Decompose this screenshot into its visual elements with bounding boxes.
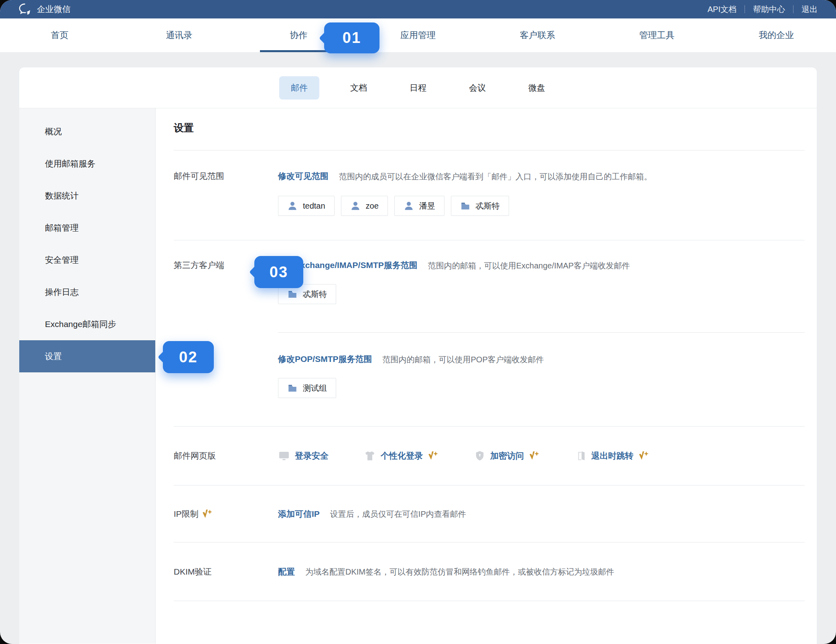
sidebar-item-statistics[interactable]: 数据统计 xyxy=(19,180,155,212)
sidebar-item-exchange-sync[interactable]: Exchange邮箱同步 xyxy=(19,308,155,340)
group-chip: 忒斯特 xyxy=(451,196,509,216)
row-description: 范围内的邮箱，可以使用POP客户端收发邮件 xyxy=(383,353,544,365)
sidebar-item-security-management[interactable]: 安全管理 xyxy=(19,244,155,276)
folder-icon xyxy=(287,289,298,299)
modify-visibility-link[interactable]: 修改可见范围 xyxy=(278,171,329,182)
row-label: DKIM验证 xyxy=(174,566,278,577)
member-name: tedtan xyxy=(303,201,325,211)
api-docs-link[interactable]: API文档 xyxy=(708,4,737,15)
person-icon xyxy=(350,201,361,211)
monitor-icon xyxy=(278,450,290,462)
tshirt-icon xyxy=(364,450,376,462)
person-icon xyxy=(404,201,414,211)
webmail-personalized-login[interactable]: 个性化登录 xyxy=(364,450,439,462)
folder-icon xyxy=(287,383,298,393)
row-label: 邮件网页版 xyxy=(174,450,278,461)
person-icon xyxy=(287,201,298,211)
member-chip: zoe xyxy=(341,196,388,216)
wecom-admin-window: 企业微信 API文档 帮助中心 退出 首页 通讯录 协作 应用管理 客户联系 管… xyxy=(0,0,836,644)
modify-pop-smtp-link[interactable]: 修改POP/SMTP服务范围 xyxy=(278,353,372,365)
help-center-link[interactable]: 帮助中心 xyxy=(753,4,785,15)
nav-tab-home[interactable]: 首页 xyxy=(0,18,120,52)
primary-nav: 首页 通讯录 协作 应用管理 客户联系 管理工具 我的企业 xyxy=(0,18,836,52)
premium-sparkle-icon xyxy=(529,450,540,461)
row-mail-visibility: 邮件可见范围 修改可见范围 范围内的成员可以在企业微信客户端看到「邮件」入口，可… xyxy=(174,150,805,240)
nav-tab-contacts[interactable]: 通讯录 xyxy=(120,18,239,52)
nav-tab-customers[interactable]: 客户联系 xyxy=(478,18,597,52)
divider xyxy=(745,5,745,13)
member-name: zoe xyxy=(366,201,379,211)
logout-link[interactable]: 退出 xyxy=(802,4,818,15)
row-description: 设置后，成员仅可在可信IP内查看邮件 xyxy=(330,508,466,520)
step-badge-03: 03 xyxy=(254,256,303,288)
nav-tab-admin-tools[interactable]: 管理工具 xyxy=(597,18,717,52)
subtab-mail[interactable]: 邮件 xyxy=(279,76,319,100)
webmail-logout-redirect[interactable]: 退出时跳转 xyxy=(575,450,649,461)
group-name: 忒斯特 xyxy=(476,201,500,211)
row-dkim: DKIM验证 配置 为域名配置DKIM签名，可以有效防范仿冒和网络钓鱼邮件，或被… xyxy=(174,542,805,601)
brand: 企业微信 xyxy=(18,3,71,16)
step-badge-01: 01 xyxy=(324,22,379,53)
row-webmail: 邮件网页版 登录安全 xyxy=(174,427,805,486)
page-title: 设置 xyxy=(174,108,805,150)
nav-tab-my-company[interactable]: 我的企业 xyxy=(716,18,836,52)
divider xyxy=(793,5,793,13)
sidebar-item-use-mail-service[interactable]: 使用邮箱服务 xyxy=(19,148,155,180)
subtab-calendar[interactable]: 日程 xyxy=(398,76,438,100)
sidebar-item-mailbox-management[interactable]: 邮箱管理 xyxy=(19,212,155,244)
member-chip: tedtan xyxy=(278,196,335,216)
add-trusted-ip-link[interactable]: 添加可信IP xyxy=(278,508,320,520)
subtab-docs[interactable]: 文档 xyxy=(339,76,379,100)
row-description: 范围内的成员可以在企业微信客户端看到「邮件」入口，可以添加使用自己的工作邮箱。 xyxy=(339,171,652,182)
chat-bubble-logo-icon xyxy=(18,3,32,16)
premium-sparkle-icon xyxy=(638,450,649,461)
row-label: 邮件可见范围 xyxy=(174,171,278,182)
premium-sparkle-icon xyxy=(428,450,439,461)
row-description: 为域名配置DKIM签名，可以有效防范仿冒和网络钓鱼邮件，或被收信方标记为垃圾邮件 xyxy=(305,566,614,577)
group-name: 测试组 xyxy=(303,383,327,394)
group-name: 忒斯特 xyxy=(303,289,327,300)
row-description: 范围内的邮箱，可以使用Exchange/IMAP客户端收发邮件 xyxy=(428,260,630,271)
row-label: IP限制 xyxy=(174,508,278,520)
settings-main: 设置 邮件可见范围 修改可见范围 范围内的成员可以在企业微信客户端看到「邮件」入… xyxy=(156,108,817,644)
step-badge-02: 02 xyxy=(163,341,214,373)
folder-icon xyxy=(460,201,471,211)
topbar-links: API文档 帮助中心 退出 xyxy=(708,4,818,15)
collab-subtabs: 邮件 文档 日程 会议 微盘 xyxy=(19,67,817,108)
subtab-meeting[interactable]: 会议 xyxy=(457,76,497,100)
sidebar-item-overview[interactable]: 概况 xyxy=(19,116,155,148)
divider xyxy=(278,332,805,333)
member-name: 潘昱 xyxy=(419,201,435,211)
topbar: 企业微信 API文档 帮助中心 退出 xyxy=(0,0,836,18)
brand-title: 企业微信 xyxy=(37,4,71,15)
content-panel: 邮件 文档 日程 会议 微盘 概况 使用邮箱服务 数据统计 邮箱管理 安全管理 … xyxy=(19,67,817,644)
webmail-login-security[interactable]: 登录安全 xyxy=(278,450,329,462)
sidebar-item-operation-log[interactable]: 操作日志 xyxy=(19,276,155,308)
row-ip-limit: IP限制 添加可信IP 设置后，成员仅可在可信IP内查看邮件 xyxy=(174,486,805,542)
dkim-configure-link[interactable]: 配置 xyxy=(278,566,295,577)
member-chip: 潘昱 xyxy=(394,196,444,216)
sidebar-item-settings[interactable]: 设置 xyxy=(19,340,155,372)
mail-sidebar: 概况 使用邮箱服务 数据统计 邮箱管理 安全管理 操作日志 Exchange邮箱… xyxy=(19,108,156,644)
webmail-encrypted-access[interactable]: 加密访问 xyxy=(474,450,540,461)
shield-lock-icon xyxy=(474,450,485,461)
group-chip: 测试组 xyxy=(278,378,336,398)
door-exit-icon xyxy=(575,450,586,461)
subtab-drive[interactable]: 微盘 xyxy=(517,76,557,100)
premium-sparkle-icon xyxy=(202,508,213,520)
